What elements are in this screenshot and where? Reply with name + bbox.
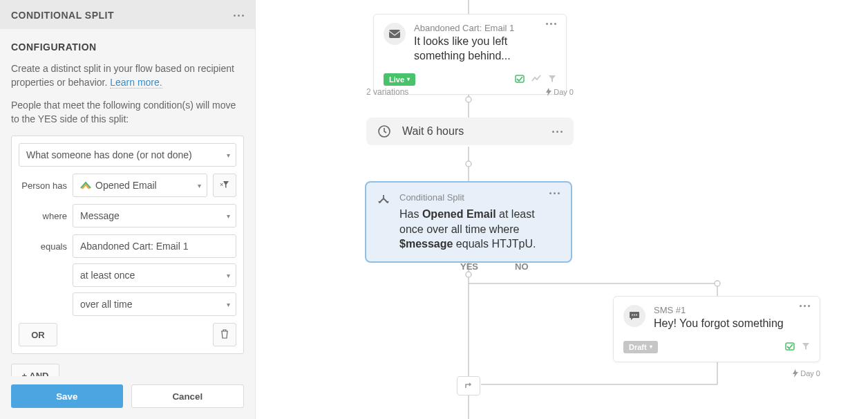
config-sidebar: CONDITIONAL SPLIT CONFIGURATION Create a… — [0, 0, 256, 419]
caret-down-icon: ▾ — [407, 76, 410, 82]
person-has-row: Person has Opened Email ▾ × — [19, 174, 236, 197]
caret-down-icon: ▾ — [227, 272, 230, 279]
condition-actions: OR — [19, 323, 236, 346]
delete-condition-button[interactable] — [213, 323, 236, 346]
svg-point-15 — [632, 315, 633, 316]
condition-type-select[interactable]: What someone has done (or not done) ▾ — [19, 143, 236, 167]
atleast-row: at least once ▾ — [19, 263, 236, 287]
email-node-meta: 2 variations Day 0 — [366, 87, 574, 97]
email-node-header: Abandoned Cart: Email 1 It looks like yo… — [374, 15, 566, 69]
merge-icon — [464, 380, 473, 392]
filter-icon[interactable] — [548, 74, 556, 85]
email-node-title: Abandoned Cart: Email 1 — [414, 23, 538, 33]
svg-rect-18 — [786, 343, 794, 350]
conditional-node-title: Conditional Split — [399, 192, 541, 203]
or-button[interactable]: OR — [19, 323, 57, 346]
email-node-more-icon[interactable] — [546, 23, 556, 25]
sms-node-title: SMS #1 — [654, 305, 791, 315]
sidebar-more-icon[interactable] — [234, 15, 244, 17]
svg-text:×: × — [220, 181, 223, 188]
filter-clear-button[interactable]: × — [213, 174, 236, 197]
branch-no-label: NO — [515, 261, 529, 272]
configuration-heading: CONFIGURATION — [11, 41, 244, 53]
status-live-pill[interactable]: Live▾ — [384, 73, 415, 86]
svg-point-16 — [634, 315, 635, 316]
svg-point-9 — [715, 281, 720, 286]
sidebar-body: CONFIGURATION Create a distinct split in… — [0, 29, 255, 376]
equals-label: equals — [19, 241, 67, 252]
svg-point-7 — [466, 272, 471, 277]
caret-down-icon: ▾ — [650, 344, 652, 350]
svg-rect-12 — [389, 30, 400, 38]
learn-more-link[interactable]: Learn more. — [110, 77, 162, 89]
equals-value-input[interactable]: Abandoned Cart: Email 1 — [73, 234, 236, 258]
event-select[interactable]: Opened Email ▾ — [73, 174, 207, 197]
sms-node-card[interactable]: SMS #1 Hey! You forgot something Draft▾ — [613, 296, 820, 362]
branch-yes-label: YES — [460, 261, 478, 272]
conditional-node-more-icon[interactable] — [549, 192, 560, 194]
wait-node-label: Wait 6 hours — [402, 125, 541, 138]
variations-label: 2 variations — [366, 87, 408, 97]
svg-point-5 — [466, 161, 471, 167]
equals-row: equals Abandoned Cart: Email 1 — [19, 234, 236, 258]
ab-test-icon[interactable] — [785, 342, 795, 353]
flow-canvas[interactable]: Abandoned Cart: Email 1 It looks like yo… — [256, 0, 868, 419]
email-icon — [384, 23, 406, 45]
wait-node-card[interactable]: Wait 6 hours — [366, 118, 574, 145]
svg-rect-13 — [516, 75, 524, 82]
sms-node-more-icon[interactable] — [800, 305, 810, 307]
svg-point-3 — [466, 97, 471, 102]
where-field-select[interactable]: Message ▾ — [73, 204, 236, 227]
smart-send-day: Day 0 — [546, 87, 574, 97]
ab-test-icon[interactable] — [515, 74, 525, 85]
filter-x-icon: × — [220, 180, 229, 191]
caret-down-icon: ▾ — [227, 151, 230, 159]
condition-intro: People that meet the following condition… — [11, 99, 244, 126]
svg-point-17 — [636, 315, 637, 316]
where-row: where Message ▾ — [19, 204, 236, 227]
klaviyo-icon — [80, 181, 91, 189]
email-node-card[interactable]: Abandoned Cart: Email 1 It looks like yo… — [373, 14, 567, 95]
conditional-split-node[interactable]: Conditional Split Has Opened Email at le… — [365, 181, 572, 263]
timerange-row: over all time ▾ — [19, 292, 236, 316]
caret-down-icon: ▾ — [198, 182, 201, 189]
smart-send-day: Day 0 — [793, 369, 820, 378]
filter-icon[interactable] — [802, 342, 810, 353]
status-draft-pill[interactable]: Draft▾ — [623, 341, 658, 353]
sidebar-title: CONDITIONAL SPLIT — [11, 10, 114, 21]
sidebar-header: CONDITIONAL SPLIT — [0, 0, 255, 29]
save-button[interactable]: Save — [11, 384, 123, 408]
clock-icon — [377, 124, 391, 138]
email-node-subject: It looks like you left something behind.… — [414, 35, 538, 64]
wait-node-more-icon[interactable] — [552, 131, 563, 133]
timerange-select[interactable]: over all time ▾ — [73, 292, 236, 316]
caret-down-icon: ▾ — [227, 301, 230, 308]
sms-node-meta: Day 0 — [613, 369, 820, 378]
merge-node[interactable] — [457, 376, 480, 395]
sidebar-footer: Save Cancel — [0, 376, 255, 419]
cancel-button[interactable]: Cancel — [131, 384, 245, 408]
caret-down-icon: ▾ — [227, 212, 230, 220]
person-has-label: Person has — [19, 180, 67, 191]
and-button[interactable]: + AND — [11, 364, 59, 376]
sms-icon — [623, 305, 645, 327]
sms-node-body: Hey! You forgot something — [654, 317, 791, 331]
condition-card: What someone has done (or not done) ▾ Pe… — [11, 136, 244, 354]
frequency-select[interactable]: at least once ▾ — [73, 263, 236, 287]
conditional-node-description: Has Opened Email at least once over all … — [399, 207, 541, 252]
analytics-icon[interactable] — [531, 74, 541, 85]
split-icon — [377, 194, 391, 208]
trash-icon — [220, 329, 229, 341]
configuration-description: Create a distinct split in your flow bas… — [11, 62, 244, 89]
where-label: where — [19, 211, 67, 221]
